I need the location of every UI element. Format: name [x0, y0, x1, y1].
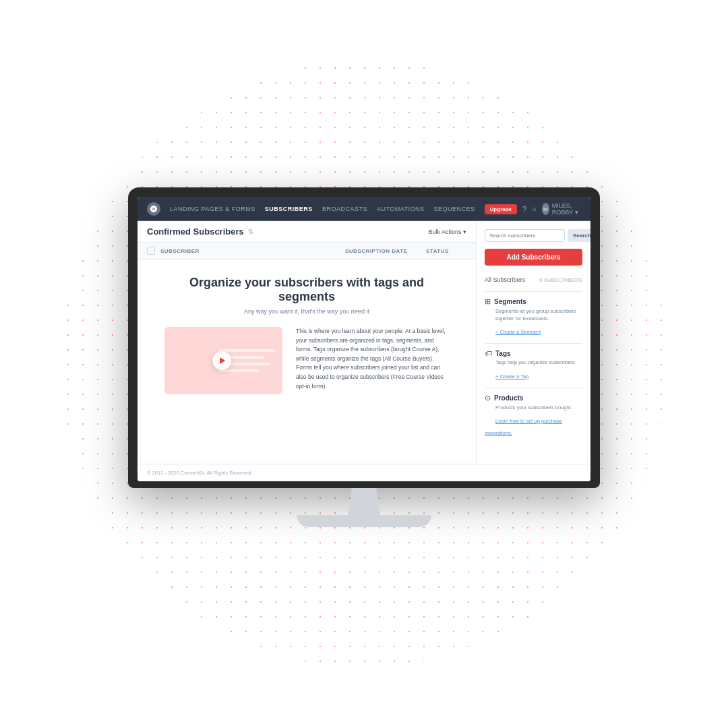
add-subscribers-button[interactable]: Add Subscribers — [485, 249, 582, 266]
col-status-header: STATUS — [426, 247, 466, 253]
nav-sequences[interactable]: SEQUENCES — [434, 206, 475, 212]
all-subscribers-label: All Subscribers — [485, 276, 525, 283]
empty-state-title: Organize your subscribers with tags and … — [164, 276, 449, 304]
search-button[interactable]: Search — [568, 229, 590, 242]
line-4 — [218, 369, 259, 372]
nav-broadcasts[interactable]: BROADCASTS — [322, 206, 367, 212]
nav-user[interactable]: M MILES, ROBBY ▾ — [542, 202, 581, 216]
play-icon — [220, 357, 225, 364]
nav-logo — [147, 202, 160, 216]
right-sidebar: Search Add Subscribers All Subscribers 0… — [476, 221, 590, 464]
footer-text: © 2013 - 2020 ConvertKit. All Rights Res… — [147, 470, 252, 476]
avatar: M — [542, 203, 549, 215]
navbar: LANDING PAGES & FORMS SUBSCRIBERS BROADC… — [138, 197, 590, 221]
video-thumbnail[interactable] — [164, 327, 282, 394]
products-header: ⊙ Products — [485, 393, 582, 402]
help-icon[interactable]: ? — [522, 205, 526, 213]
monitor-stand-base — [297, 515, 431, 527]
tags-icon: 🏷 — [485, 349, 492, 357]
tags-header: 🏷 Tags — [485, 349, 582, 357]
products-icon: ⊙ — [485, 393, 491, 402]
segments-icon: ⊞ — [485, 297, 491, 306]
col-subscriber-header: SUBSCRIBER — [160, 247, 345, 253]
bulk-actions-dropdown[interactable]: Bulk Actions ▾ — [428, 228, 466, 235]
search-icon[interactable]: ○ — [532, 205, 537, 213]
tags-description: Tags help you organize subscribers. — [495, 359, 582, 367]
user-name-label: MILES, ROBBY ▾ — [552, 202, 581, 216]
all-subscribers-count: 0 SUBSCRIBERS — [539, 276, 582, 282]
empty-state-subtitle: Any way you want it, that's the way you … — [164, 308, 449, 315]
nav-automations[interactable]: AUTOMATIONS — [377, 206, 425, 212]
sub-header-left: Confirmed Subscribers ⇅ — [147, 226, 253, 237]
segments-header: ⊞ Segments — [485, 297, 582, 306]
monitor-wrapper: LANDING PAGES & FORMS SUBSCRIBERS BROADC… — [128, 187, 600, 527]
play-button[interactable] — [212, 351, 231, 370]
line-1 — [218, 349, 276, 352]
footer: © 2013 - 2020 ConvertKit. All Rights Res… — [138, 464, 590, 481]
title-dropdown-icon[interactable]: ⇅ — [248, 228, 253, 235]
bulk-actions-label: Bulk Actions ▾ — [428, 228, 466, 235]
empty-state: Organize your subscribers with tags and … — [138, 260, 476, 421]
nav-subscribers[interactable]: SUBSCRIBERS — [265, 206, 313, 212]
nav-right: Upgrade ? ○ M MILES, ROBBY ▾ — [485, 202, 581, 216]
create-tag-link[interactable]: + Create a Tag — [495, 373, 528, 379]
purchase-integrations-link[interactable]: Learn how to set up purchase integration… — [485, 418, 562, 436]
table-header: SUBSCRIBER SUBSCRIPTION DATE STATUS — [138, 243, 476, 260]
col-date-header: SUBSCRIPTION DATE — [345, 247, 426, 253]
monitor-stand-neck — [344, 488, 384, 515]
search-row: Search — [485, 229, 582, 242]
upgrade-button[interactable]: Upgrade — [485, 204, 517, 214]
nav-links: LANDING PAGES & FORMS SUBSCRIBERS BROADC… — [170, 206, 475, 212]
monitor-frame: LANDING PAGES & FORMS SUBSCRIBERS BROADC… — [128, 187, 600, 488]
video-area: This is where you learn about your peopl… — [164, 327, 449, 394]
video-description: This is where you learn about your peopl… — [296, 327, 449, 394]
sidebar-item-products: ⊙ Products Products your subscribers bou… — [485, 393, 582, 437]
select-all-checkbox[interactable] — [147, 247, 155, 255]
all-subscribers-row: All Subscribers 0 SUBSCRIBERS — [485, 274, 582, 286]
page-title: Confirmed Subscribers — [147, 226, 244, 237]
segments-description: Segments let you group subscribers toget… — [495, 308, 582, 322]
sidebar-item-tags: 🏷 Tags Tags help you organize subscriber… — [485, 349, 582, 381]
sidebar-item-segments: ⊞ Segments Segments let you group subscr… — [485, 297, 582, 336]
left-panel: Confirmed Subscribers ⇅ Bulk Actions ▾ S… — [138, 221, 476, 464]
tags-label: Tags — [495, 349, 511, 357]
products-description: Products your subscribers bought. — [495, 404, 582, 411]
sub-header: Confirmed Subscribers ⇅ Bulk Actions ▾ — [138, 221, 476, 243]
segments-label: Segments — [494, 298, 526, 305]
monitor-screen: LANDING PAGES & FORMS SUBSCRIBERS BROADC… — [138, 197, 590, 481]
nav-landing-pages[interactable]: LANDING PAGES & FORMS — [170, 206, 255, 212]
products-label: Products — [494, 394, 523, 401]
create-segment-link[interactable]: + Create a Segment — [495, 329, 541, 335]
divider-3 — [485, 387, 582, 388]
main-content: Confirmed Subscribers ⇅ Bulk Actions ▾ S… — [138, 221, 590, 464]
search-input[interactable] — [485, 229, 565, 242]
divider-1 — [485, 291, 582, 292]
divider-2 — [485, 343, 582, 344]
